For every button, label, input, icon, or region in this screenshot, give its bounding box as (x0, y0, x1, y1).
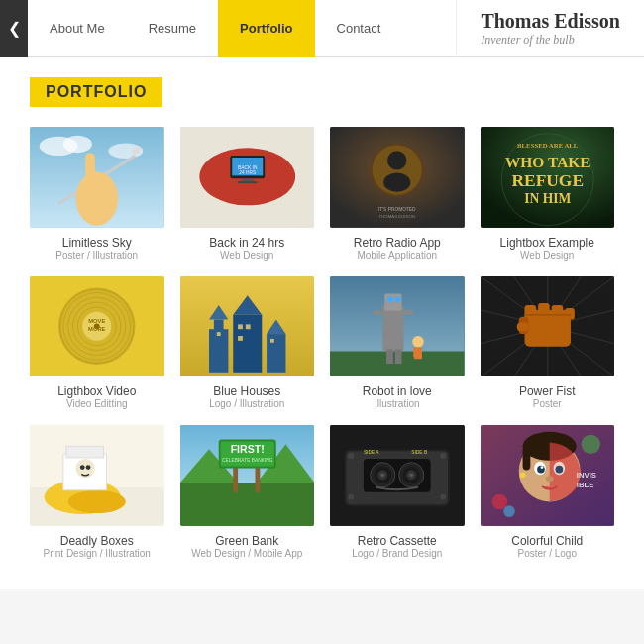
svg-point-139 (545, 477, 553, 483)
svg-rect-47 (233, 314, 262, 372)
item-subtitle-robot-love: Illustration (375, 398, 420, 409)
svg-rect-87 (538, 303, 550, 318)
svg-point-129 (440, 494, 446, 500)
svg-point-100 (80, 465, 85, 470)
svg-text:BACK IN: BACK IN (238, 165, 258, 170)
svg-point-66 (412, 336, 424, 348)
svg-rect-65 (395, 349, 402, 364)
item-title-power-fist: Power Fist (519, 384, 576, 398)
svg-rect-62 (374, 310, 383, 315)
portfolio-item-limitless-sky[interactable]: Limitless Sky Poster / Illustration (30, 127, 164, 261)
portfolio-item-deadly-boxes[interactable]: Deadly Boxes Print Design / Illustration (30, 425, 164, 559)
robot-love-thumb (330, 276, 465, 377)
svg-point-144 (503, 506, 515, 518)
svg-text:FIRST!: FIRST! (230, 443, 264, 455)
portfolio-item-lightbox-video[interactable]: MOVE MORE Ligthbox Video Video Editting (30, 276, 164, 410)
item-subtitle-green-bank: Web Design / Mobile App (191, 548, 302, 559)
svg-point-143 (491, 494, 506, 509)
svg-text:SIDE B: SIDE B (411, 450, 427, 455)
svg-rect-17 (241, 178, 253, 181)
svg-point-145 (581, 435, 599, 454)
portfolio-item-blue-houses[interactable]: Blue Houses Logo / Illustration (180, 276, 315, 410)
svg-rect-63 (404, 310, 414, 315)
svg-text:BLESSED ARE ALL: BLESSED ARE ALL (517, 142, 579, 149)
portfolio-item-green-bank[interactable]: FIRST! CELEBRATE BANKING Green Bank Web … (180, 425, 315, 559)
profile-subtitle: Inventer of the bulb (481, 33, 620, 48)
svg-point-128 (348, 494, 354, 500)
item-subtitle-lightbox-video: Video Editting (66, 398, 128, 409)
svg-rect-55 (269, 339, 273, 343)
svg-point-61 (395, 296, 401, 302)
blue-houses-thumb (180, 276, 315, 377)
portfolio-item-retro-cassette[interactable]: SIDE A SIDE B Retro Cassette Logo / Bran… (330, 425, 465, 559)
item-title-retro-cassette: Retro Cassette (358, 534, 437, 548)
svg-point-96 (68, 490, 126, 513)
svg-rect-89 (565, 308, 575, 320)
svg-text:IT'S PROMOTED: IT'S PROMOTED (378, 207, 416, 212)
svg-rect-98 (66, 447, 104, 459)
svg-rect-8 (99, 174, 108, 191)
portfolio-grid: Limitless Sky Poster / Illustration BACK… (30, 127, 614, 559)
svg-point-42 (94, 323, 100, 329)
portfolio-item-power-fist[interactable]: Power Fist Poster (481, 276, 615, 410)
item-title-blue-houses: Blue Houses (213, 384, 280, 398)
item-subtitle-colorful-child: Poster / Logo (518, 548, 577, 559)
profile-name: Thomas Edisson (481, 10, 620, 33)
portfolio-item-back-24hrs[interactable]: BACK IN 24 HRS Back in 24 hrs Web Design (180, 127, 315, 261)
item-title-back-24hrs: Back in 24 hrs (209, 236, 284, 250)
portfolio-item-colorful-child[interactable]: INVIS IBLE Colorful Child Poster / Logo (481, 425, 615, 559)
svg-point-127 (440, 453, 446, 459)
svg-rect-92 (516, 322, 528, 331)
svg-point-138 (555, 466, 563, 474)
back-24hrs-thumb: BACK IN 24 HRS (180, 127, 315, 228)
item-subtitle-retro-radio: Mobile Application (357, 250, 437, 261)
lightbox-video-thumb: MOVE MORE (30, 276, 164, 377)
item-subtitle-deadly-boxes: Print Design / Illustration (44, 548, 151, 559)
header: ❮ About Me Resume Portfolio Contact Thom… (0, 0, 644, 57)
item-title-green-bank: Green Bank (215, 534, 278, 548)
portfolio-item-robot-love[interactable]: Robot in love Illustration (330, 276, 465, 410)
profile-info: Thomas Edisson Inventer of the bulb (456, 0, 644, 57)
item-title-lightbox-example: Lightbox Example (500, 236, 594, 250)
svg-text:REFUGE: REFUGE (511, 170, 584, 190)
lightbox-example-thumb: BLESSED ARE ALL WHO TAKE REFUGE IN HIM (481, 127, 615, 228)
svg-point-119 (380, 474, 384, 478)
item-subtitle-retro-cassette: Logo / Brand Design (352, 548, 442, 559)
item-title-colorful-child: Colorful Child (511, 534, 583, 548)
nav-prev-button[interactable]: ❮ (0, 0, 28, 57)
tab-contact[interactable]: Contact (315, 0, 403, 57)
svg-rect-64 (386, 349, 393, 364)
svg-rect-133 (522, 447, 530, 471)
item-subtitle-blue-houses: Logo / Illustration (209, 398, 284, 409)
svg-rect-18 (238, 181, 257, 183)
item-title-robot-love: Robot in love (363, 384, 432, 398)
svg-rect-52 (238, 324, 243, 329)
portfolio-item-lightbox-example[interactable]: BLESSED ARE ALL WHO TAKE REFUGE IN HIM L… (481, 127, 615, 261)
svg-point-60 (387, 296, 393, 302)
svg-rect-54 (238, 336, 243, 341)
svg-rect-58 (382, 305, 403, 351)
svg-point-101 (86, 465, 91, 470)
tab-portfolio[interactable]: Portfolio (218, 0, 314, 57)
tab-about-me[interactable]: About Me (28, 0, 127, 57)
power-fist-thumb (481, 276, 615, 377)
deadly-boxes-thumb (30, 425, 164, 526)
svg-text:SIDE A: SIDE A (364, 450, 379, 455)
svg-point-142 (519, 473, 525, 479)
item-title-limitless-sky: Limitless Sky (62, 236, 132, 250)
tab-resume[interactable]: Resume (127, 0, 218, 57)
item-title-deadly-boxes: Deadly Boxes (60, 534, 134, 548)
svg-point-23 (383, 172, 410, 191)
portfolio-item-retro-radio[interactable]: IT'S PROMOTED THOMAS EDISON Retro Radio … (330, 127, 465, 261)
svg-rect-49 (267, 334, 285, 373)
svg-rect-68 (413, 347, 417, 357)
svg-text:WHO TAKE: WHO TAKE (504, 154, 590, 170)
item-subtitle-back-24hrs: Web Design (220, 250, 273, 261)
svg-text:IBLE: IBLE (576, 481, 593, 489)
svg-text:INVIS: INVIS (576, 471, 595, 480)
green-bank-thumb: FIRST! CELEBRATE BANKING (180, 425, 315, 526)
svg-rect-51 (216, 332, 220, 336)
portfolio-section: PORTFOLIO (0, 57, 644, 589)
svg-rect-45 (213, 319, 223, 334)
svg-text:CELEBRATE BANKING: CELEBRATE BANKING (222, 458, 273, 463)
